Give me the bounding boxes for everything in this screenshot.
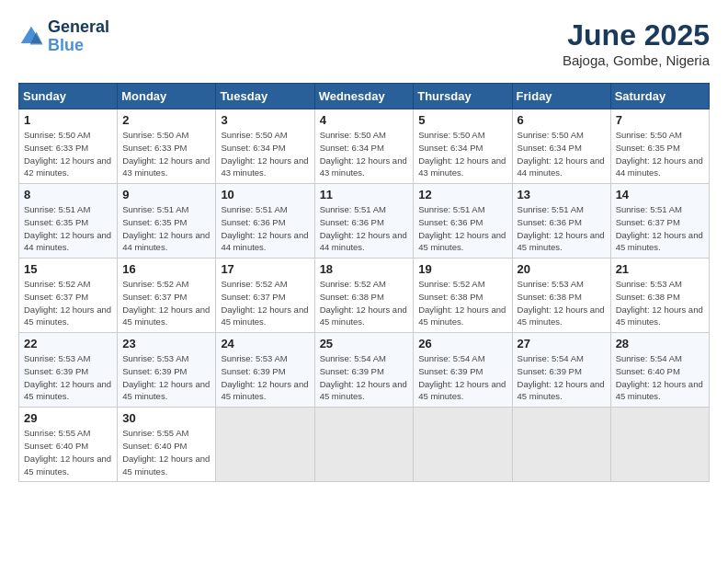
day-number: 8: [24, 188, 112, 201]
day-number: 27: [518, 337, 606, 350]
title-block: June 2025 Bajoga, Gombe, Nigeria: [563, 18, 710, 68]
day-number: 22: [24, 337, 112, 350]
daylight-label: Daylight: 12 hours and 44 minutes.: [24, 230, 111, 253]
day-number: 9: [122, 188, 210, 201]
sunset-label: Sunset: 6:35 PM: [122, 217, 187, 227]
sunrise-label: Sunrise: 5:51 AM: [24, 204, 90, 214]
calendar-cell: 4 Sunrise: 5:50 AM Sunset: 6:34 PM Dayli…: [314, 109, 414, 184]
daylight-label: Daylight: 12 hours and 44 minutes.: [616, 155, 703, 178]
sunrise-label: Sunrise: 5:51 AM: [418, 204, 484, 214]
day-info: Sunrise: 5:50 AM Sunset: 6:33 PM Dayligh…: [122, 129, 210, 179]
day-number: 14: [616, 188, 704, 201]
calendar-cell: [216, 408, 314, 482]
logo: General Blue: [18, 18, 109, 55]
day-info: Sunrise: 5:52 AM Sunset: 6:37 PM Dayligh…: [24, 278, 112, 328]
daylight-label: Daylight: 12 hours and 45 minutes.: [616, 304, 703, 327]
calendar-cell: 6 Sunrise: 5:50 AM Sunset: 6:34 PM Dayli…: [512, 109, 610, 184]
sunrise-label: Sunrise: 5:53 AM: [518, 279, 584, 289]
day-number: 3: [221, 113, 309, 127]
daylight-label: Daylight: 12 hours and 45 minutes.: [518, 379, 605, 402]
header-monday: Monday: [118, 84, 216, 109]
header-tuesday: Tuesday: [216, 84, 314, 109]
daylight-label: Daylight: 12 hours and 44 minutes.: [320, 230, 407, 253]
daylight-label: Daylight: 12 hours and 45 minutes.: [320, 304, 407, 327]
calendar-cell: 13 Sunrise: 5:51 AM Sunset: 6:36 PM Dayl…: [512, 184, 610, 259]
calendar-cell: 1 Sunrise: 5:50 AM Sunset: 6:33 PM Dayli…: [19, 109, 118, 184]
sunrise-label: Sunrise: 5:50 AM: [418, 130, 484, 140]
daylight-label: Daylight: 12 hours and 45 minutes.: [24, 379, 111, 402]
day-info: Sunrise: 5:53 AM Sunset: 6:38 PM Dayligh…: [616, 278, 704, 328]
sunrise-label: Sunrise: 5:54 AM: [320, 353, 386, 363]
daylight-label: Daylight: 12 hours and 44 minutes.: [221, 230, 308, 253]
daylight-label: Daylight: 12 hours and 45 minutes.: [221, 304, 308, 327]
sunrise-label: Sunrise: 5:51 AM: [518, 204, 584, 214]
sunset-label: Sunset: 6:37 PM: [221, 292, 285, 302]
calendar-cell: 7 Sunrise: 5:50 AM Sunset: 6:35 PM Dayli…: [610, 109, 709, 184]
day-info: Sunrise: 5:50 AM Sunset: 6:35 PM Dayligh…: [616, 129, 704, 179]
sunset-label: Sunset: 6:36 PM: [320, 217, 384, 227]
calendar-cell: 2 Sunrise: 5:50 AM Sunset: 6:33 PM Dayli…: [118, 109, 216, 184]
day-info: Sunrise: 5:54 AM Sunset: 6:40 PM Dayligh…: [616, 352, 704, 403]
sunrise-label: Sunrise: 5:50 AM: [122, 130, 188, 140]
sunrise-label: Sunrise: 5:51 AM: [221, 204, 287, 214]
sunset-label: Sunset: 6:36 PM: [518, 217, 582, 227]
sunset-label: Sunset: 6:35 PM: [616, 143, 680, 153]
day-number: 18: [320, 262, 409, 276]
calendar-cell: 27 Sunrise: 5:54 AM Sunset: 6:39 PM Dayl…: [512, 333, 610, 408]
calendar-cell: 9 Sunrise: 5:51 AM Sunset: 6:35 PM Dayli…: [118, 184, 216, 259]
daylight-label: Daylight: 12 hours and 45 minutes.: [518, 230, 605, 253]
daylight-label: Daylight: 12 hours and 43 minutes.: [320, 155, 407, 178]
day-info: Sunrise: 5:54 AM Sunset: 6:39 PM Dayligh…: [518, 352, 606, 403]
day-number: 1: [24, 113, 112, 127]
calendar-cell: 30 Sunrise: 5:55 AM Sunset: 6:40 PM Dayl…: [118, 408, 216, 482]
day-info: Sunrise: 5:53 AM Sunset: 6:39 PM Dayligh…: [24, 352, 112, 403]
sunrise-label: Sunrise: 5:52 AM: [418, 279, 484, 289]
calendar-week-row: 29 Sunrise: 5:55 AM Sunset: 6:40 PM Dayl…: [19, 408, 710, 482]
daylight-label: Daylight: 12 hours and 44 minutes.: [122, 230, 210, 253]
sunrise-label: Sunrise: 5:55 AM: [122, 428, 188, 438]
day-info: Sunrise: 5:51 AM Sunset: 6:36 PM Dayligh…: [518, 203, 606, 254]
day-info: Sunrise: 5:53 AM Sunset: 6:38 PM Dayligh…: [518, 278, 606, 328]
sunset-label: Sunset: 6:39 PM: [518, 366, 582, 376]
day-info: Sunrise: 5:52 AM Sunset: 6:37 PM Dayligh…: [221, 278, 309, 328]
daylight-label: Daylight: 12 hours and 45 minutes.: [24, 304, 111, 327]
sunset-label: Sunset: 6:38 PM: [418, 292, 483, 302]
sunset-label: Sunset: 6:40 PM: [122, 441, 187, 451]
calendar-cell: 12 Sunrise: 5:51 AM Sunset: 6:36 PM Dayl…: [414, 184, 512, 259]
calendar-cell: 22 Sunrise: 5:53 AM Sunset: 6:39 PM Dayl…: [19, 333, 118, 408]
calendar-week-row: 1 Sunrise: 5:50 AM Sunset: 6:33 PM Dayli…: [19, 109, 710, 184]
sunrise-label: Sunrise: 5:54 AM: [418, 353, 484, 363]
daylight-label: Daylight: 12 hours and 45 minutes.: [418, 230, 506, 253]
day-info: Sunrise: 5:51 AM Sunset: 6:36 PM Dayligh…: [221, 203, 309, 254]
day-number: 26: [418, 337, 506, 350]
day-info: Sunrise: 5:51 AM Sunset: 6:36 PM Dayligh…: [320, 203, 409, 254]
day-number: 15: [24, 262, 112, 276]
calendar-cell: [414, 408, 512, 482]
day-info: Sunrise: 5:54 AM Sunset: 6:39 PM Dayligh…: [418, 352, 506, 403]
sunset-label: Sunset: 6:39 PM: [122, 366, 187, 376]
day-info: Sunrise: 5:51 AM Sunset: 6:37 PM Dayligh…: [616, 203, 704, 254]
day-info: Sunrise: 5:52 AM Sunset: 6:37 PM Dayligh…: [122, 278, 210, 328]
day-number: 17: [221, 262, 309, 276]
calendar-week-row: 8 Sunrise: 5:51 AM Sunset: 6:35 PM Dayli…: [19, 184, 710, 259]
header-saturday: Saturday: [610, 84, 709, 109]
calendar-cell: 18 Sunrise: 5:52 AM Sunset: 6:38 PM Dayl…: [314, 259, 414, 333]
logo-text: General Blue: [48, 18, 109, 55]
sunset-label: Sunset: 6:39 PM: [221, 366, 285, 376]
day-info: Sunrise: 5:55 AM Sunset: 6:40 PM Dayligh…: [122, 427, 210, 477]
location: Bajoga, Gombe, Nigeria: [563, 52, 710, 68]
sunrise-label: Sunrise: 5:53 AM: [221, 353, 287, 363]
sunrise-label: Sunrise: 5:53 AM: [24, 353, 90, 363]
daylight-label: Daylight: 12 hours and 45 minutes.: [221, 379, 308, 402]
daylight-label: Daylight: 12 hours and 44 minutes.: [518, 155, 605, 178]
daylight-label: Daylight: 12 hours and 45 minutes.: [616, 379, 703, 402]
sunset-label: Sunset: 6:38 PM: [616, 292, 680, 302]
header-sunday: Sunday: [19, 84, 118, 109]
sunrise-label: Sunrise: 5:50 AM: [616, 130, 682, 140]
day-number: 29: [24, 411, 112, 425]
sunset-label: Sunset: 6:35 PM: [24, 217, 88, 227]
page-header: General Blue June 2025 Bajoga, Gombe, Ni…: [18, 18, 710, 68]
day-number: 23: [122, 337, 210, 350]
calendar-cell: 10 Sunrise: 5:51 AM Sunset: 6:36 PM Dayl…: [216, 184, 314, 259]
calendar-cell: 20 Sunrise: 5:53 AM Sunset: 6:38 PM Dayl…: [512, 259, 610, 333]
